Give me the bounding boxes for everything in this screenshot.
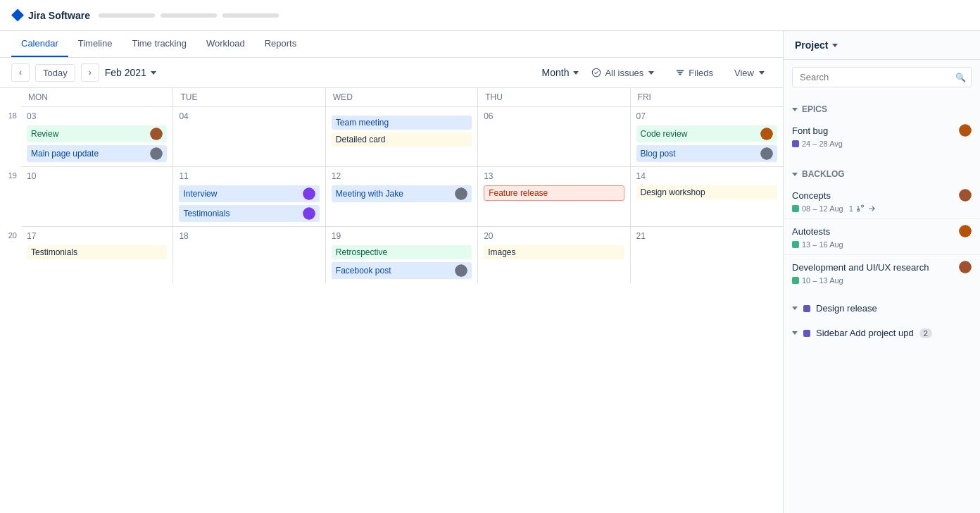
topbar: Jira Software xyxy=(0,0,980,31)
epic-row: Autotests xyxy=(792,225,972,237)
svg-rect-2 xyxy=(678,72,683,73)
cell-tue-19: 11 Interview Testimonials xyxy=(173,167,325,226)
cell-wed-20: 19 Retrospective Facebook post xyxy=(326,227,478,283)
event-code-review[interactable]: Code review xyxy=(636,125,777,142)
avatar xyxy=(150,128,163,140)
month-selector[interactable]: Month xyxy=(542,67,579,78)
epic-row: Development and UI/UX research xyxy=(792,261,972,273)
event-design-workshop[interactable]: Design workshop xyxy=(636,185,777,199)
topbar-nav xyxy=(99,13,279,18)
week-label-18: 18 xyxy=(0,107,21,167)
event-detailed-card[interactable]: Detailed card xyxy=(332,132,472,147)
nav-placeholder-2 xyxy=(161,13,217,18)
tab-timeline[interactable]: Timeline xyxy=(68,31,122,57)
event-facebook-post[interactable]: Facebook post xyxy=(332,262,472,279)
col-fri: Fri xyxy=(631,88,783,106)
calendar-grid: Mon Tue Wed Thu Fri 18 03 Revie xyxy=(0,88,783,513)
day-num: 12 xyxy=(332,171,472,181)
event-team-meeting[interactable]: Team meeting xyxy=(332,116,472,130)
backlog-autotests: Autotests 13 – 16 Aug xyxy=(784,219,980,255)
avatar xyxy=(150,147,163,160)
col-thu: Thu xyxy=(478,88,630,106)
day-num: 19 xyxy=(332,231,472,241)
tab-calendar[interactable]: Calendar xyxy=(11,31,68,57)
tab-workload[interactable]: Workload xyxy=(196,31,255,57)
event-retrospective[interactable]: Retrospective xyxy=(332,245,472,259)
event-blog-post[interactable]: Blog post xyxy=(636,145,777,162)
epic-badge xyxy=(792,241,799,248)
epic-badge xyxy=(792,205,799,212)
cell-thu-19: 13 Feature release xyxy=(478,167,630,226)
event-meeting-with-jake[interactable]: Meeting with Jake xyxy=(332,185,472,202)
epic-date: 10 – 13 Aug xyxy=(792,276,972,285)
epic-row: Font bug xyxy=(792,124,972,137)
avatar xyxy=(760,128,773,140)
search-input[interactable] xyxy=(792,67,972,87)
design-release-item[interactable]: Design release xyxy=(784,296,980,321)
avatar xyxy=(959,225,972,237)
event-images[interactable]: Images xyxy=(484,245,624,259)
cell-tue-20: 18 xyxy=(173,227,325,283)
view-button[interactable]: View xyxy=(727,65,772,81)
svg-rect-1 xyxy=(677,70,684,72)
day-num: 04 xyxy=(179,111,319,121)
toolbar-right: All issues Fileds View xyxy=(584,65,772,81)
epic-name: Autotests xyxy=(792,226,830,237)
event-review[interactable]: Review xyxy=(27,125,167,142)
prev-button[interactable]: ‹ xyxy=(11,63,30,82)
backlog-section-header[interactable]: Backlog xyxy=(784,165,980,183)
avatar xyxy=(303,207,315,220)
design-release-badge xyxy=(803,305,810,312)
event-main-page-update[interactable]: Main page update xyxy=(27,145,167,162)
epic-date: 24 – 28 Avg xyxy=(792,140,972,148)
date-label[interactable]: Feb 2021 xyxy=(105,67,156,78)
week-row-19: 19 10 11 Interview Testimoni xyxy=(0,167,783,227)
epic-date: 08 – 12 Aug 1 xyxy=(792,204,972,213)
fileds-icon xyxy=(675,68,685,78)
week-cells-18: 03 Review Main page update 04 xyxy=(21,107,783,167)
cal-header-offset xyxy=(0,88,21,107)
sidebar-add-item[interactable]: Sidebar Add project upd 2 xyxy=(784,321,980,345)
event-testimonials-mon[interactable]: Testimonials xyxy=(27,245,167,259)
cell-tue-18: 04 xyxy=(173,107,325,166)
event-feature-release[interactable]: Feature release xyxy=(484,185,624,201)
day-num: 14 xyxy=(636,171,777,181)
cal-header-wrapper: Mon Tue Wed Thu Fri xyxy=(0,88,783,107)
avatar xyxy=(959,261,972,273)
day-num: 06 xyxy=(484,111,624,121)
week-cells-20: 17 Testimonials 18 19 Retrospective xyxy=(21,227,783,283)
tab-reports[interactable]: Reports xyxy=(255,31,307,57)
logo-icon xyxy=(11,9,24,22)
epics-chevron-icon xyxy=(792,108,798,111)
backlog-dev-research: Development and UI/UX research 10 – 13 A… xyxy=(784,255,980,290)
epics-section-header[interactable]: Epics xyxy=(784,100,980,118)
fileds-button[interactable]: Fileds xyxy=(668,65,720,81)
avatar xyxy=(959,124,972,137)
epic-name: Font bug xyxy=(792,125,828,136)
search-icon: 🔍 xyxy=(955,73,966,82)
search-box: 🔍 xyxy=(792,67,972,87)
day-num: 17 xyxy=(27,231,167,241)
day-num: 07 xyxy=(636,111,777,121)
week-cells-19: 10 11 Interview Testimonials xyxy=(21,167,783,227)
all-issues-button[interactable]: All issues xyxy=(584,65,661,81)
cell-mon-18: 03 Review Main page update xyxy=(21,107,173,166)
sidebar-add-count-badge: 2 xyxy=(919,328,932,338)
right-sidebar: Project 🔍 Epics Font bug 24 – 28 Avg xyxy=(783,31,980,513)
calendar-area: Calendar Timeline Time tracking Workload… xyxy=(0,31,783,513)
today-button[interactable]: Today xyxy=(35,64,75,82)
col-tue: Tue xyxy=(173,88,325,106)
epic-row: Concepts xyxy=(792,189,972,202)
sidebar-project-title: Project xyxy=(795,39,838,51)
tab-time-tracking[interactable]: Time tracking xyxy=(122,31,196,57)
event-interview[interactable]: Interview xyxy=(179,185,319,202)
view-chevron-icon xyxy=(759,71,765,75)
event-testimonials-tue[interactable]: Testimonials xyxy=(179,205,319,222)
week-label-19: 19 xyxy=(0,167,21,227)
cell-wed-18: Team meeting Detailed card xyxy=(326,107,478,166)
week-row-20: 20 17 Testimonials 18 19 xyxy=(0,227,783,283)
cell-mon-19: 10 xyxy=(21,167,173,226)
next-button[interactable]: › xyxy=(81,63,99,82)
cal-header-row: Mon Tue Wed Thu Fri xyxy=(21,88,783,107)
month-chevron-icon xyxy=(573,71,579,75)
